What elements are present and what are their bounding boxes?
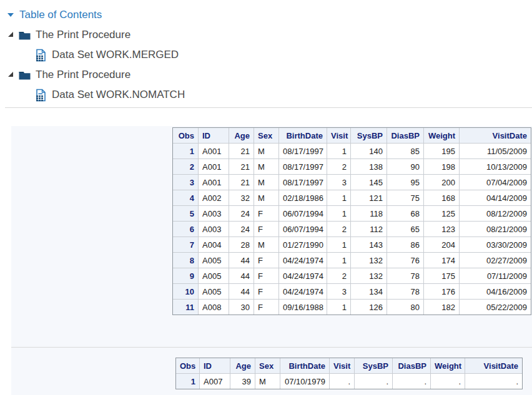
- obs-cell: 11: [173, 300, 199, 315]
- data-cell: 145: [351, 175, 387, 190]
- data-cell: 182: [424, 300, 460, 315]
- obs-cell: 8: [173, 253, 199, 268]
- data-cell: 1: [327, 206, 351, 222]
- column-header-obs: Obs: [173, 128, 199, 144]
- data-cell: 06/07/1994: [279, 206, 327, 222]
- data-cell: A005: [199, 253, 229, 268]
- merged-table-body: 1A00121M08/17/199711408519511/05/20092A0…: [173, 144, 531, 315]
- data-cell: 2: [327, 268, 351, 284]
- data-cell: 21: [229, 159, 254, 175]
- data-cell: 3: [327, 284, 351, 300]
- data-cell: 126: [351, 300, 387, 315]
- toc-item-print-procedure-2[interactable]: The Print Procedure: [8, 68, 185, 82]
- expanded-toggle-icon[interactable]: [8, 72, 13, 77]
- data-cell: 44: [229, 284, 254, 300]
- obs-cell: 1: [176, 374, 200, 389]
- data-cell: 04/24/1974: [279, 284, 327, 300]
- toc-root[interactable]: Table of Contents: [6, 8, 185, 22]
- column-header-birthdate: BirthDate: [280, 358, 330, 374]
- toc-divider: [5, 107, 532, 108]
- collapse-toggle-icon[interactable]: [7, 13, 14, 17]
- data-cell: 03/30/2009: [460, 237, 531, 253]
- toc-item-label[interactable]: The Print Procedure: [36, 69, 131, 81]
- data-cell: A005: [199, 284, 229, 300]
- data-cell: 68: [387, 206, 424, 222]
- data-cell: 05/22/2009: [460, 300, 531, 315]
- data-cell: 04/14/2009: [460, 190, 531, 206]
- data-cell: 44: [229, 253, 254, 268]
- column-header-id: ID: [199, 128, 229, 144]
- toc-item-label[interactable]: Data Set WORK.NOMATCH: [52, 89, 185, 101]
- toc-item-dataset-merged[interactable]: Data Set WORK.MERGED: [36, 48, 185, 62]
- data-cell: .: [431, 374, 465, 389]
- data-cell: 140: [351, 144, 387, 159]
- dataset-icon: [36, 49, 46, 62]
- data-cell: M: [254, 144, 279, 159]
- toc-item-label[interactable]: Data Set WORK.MERGED: [52, 49, 179, 61]
- table-row: 5A00324F06/07/199411186812508/12/2009: [173, 206, 531, 222]
- table-row: 2A00121M08/17/199721389019810/13/2009: [173, 159, 531, 175]
- data-cell: A001: [199, 159, 229, 175]
- obs-cell: 7: [173, 237, 199, 253]
- data-cell: 76: [387, 253, 424, 268]
- table-row: 1A00121M08/17/199711408519511/05/2009: [173, 144, 531, 159]
- obs-cell: 9: [173, 268, 199, 284]
- data-cell: 78: [387, 284, 424, 300]
- data-cell: 65: [387, 222, 424, 237]
- data-cell: A003: [199, 206, 229, 222]
- data-cell: M: [255, 374, 280, 389]
- toc-item-label[interactable]: The Print Procedure: [36, 29, 131, 41]
- data-cell: 198: [424, 159, 460, 175]
- data-cell: 121: [351, 190, 387, 206]
- data-cell: .: [355, 374, 393, 389]
- data-cell: .: [465, 374, 522, 389]
- toc-item-print-procedure-1[interactable]: The Print Procedure: [8, 28, 185, 42]
- column-header-sysbp: SysBP: [351, 128, 387, 144]
- data-cell: 30: [229, 300, 254, 315]
- toc-root-label[interactable]: Table of Contents: [19, 9, 102, 21]
- table-row: 7A00428M01/27/199011438620403/30/2009: [173, 237, 531, 253]
- data-cell: 44: [229, 268, 254, 284]
- data-cell: 08/12/2009: [460, 206, 531, 222]
- data-cell: 21: [229, 175, 254, 190]
- data-cell: 80: [387, 300, 424, 315]
- data-cell: A008: [199, 300, 229, 315]
- data-cell: 75: [387, 190, 424, 206]
- table-row: 11A00830F09/16/198811268018205/22/2009: [173, 300, 531, 315]
- column-header-sysbp: SysBP: [355, 358, 393, 374]
- data-cell: 132: [351, 268, 387, 284]
- results-panel: ObsIDAgeSexBirthDateVisitSysBPDiasBPWeig…: [11, 126, 532, 395]
- data-cell: 01/27/1990: [279, 237, 327, 253]
- data-cell: 07/10/1979: [280, 374, 330, 389]
- data-cell: 95: [387, 175, 424, 190]
- data-cell: F: [254, 253, 279, 268]
- data-cell: 168: [424, 190, 460, 206]
- data-cell: 2: [327, 222, 351, 237]
- data-cell: M: [254, 159, 279, 175]
- data-cell: M: [254, 190, 279, 206]
- data-cell: 2: [327, 159, 351, 175]
- data-cell: .: [393, 374, 431, 389]
- nomatch-table-header: ObsIDAgeSexBirthDateVisitSysBPDiasBPWeig…: [176, 358, 522, 374]
- obs-cell: 2: [173, 159, 199, 175]
- expanded-toggle-icon[interactable]: [8, 32, 13, 37]
- toc-item-dataset-nomatch[interactable]: Data Set WORK.NOMATCH: [36, 88, 185, 102]
- table-row: 3A00121M08/17/199731459520007/04/2009: [173, 175, 531, 190]
- data-cell: 02/18/1986: [279, 190, 327, 206]
- table-row: 1A00739M07/10/1979.....: [176, 374, 522, 389]
- data-cell: M: [254, 175, 279, 190]
- data-cell: 08/17/1997: [279, 144, 327, 159]
- data-cell: F: [254, 300, 279, 315]
- data-cell: 06/07/1994: [279, 222, 327, 237]
- data-cell: 112: [351, 222, 387, 237]
- table-row: 4A00232M02/18/198611217516804/14/2009: [173, 190, 531, 206]
- obs-cell: 5: [173, 206, 199, 222]
- data-cell: 04/24/1974: [279, 268, 327, 284]
- obs-cell: 3: [173, 175, 199, 190]
- data-cell: 39: [230, 374, 255, 389]
- merged-table-header: ObsIDAgeSexBirthDateVisitSysBPDiasBPWeig…: [173, 128, 531, 144]
- column-header-sex: Sex: [255, 358, 280, 374]
- table-row: 9A00544F04/24/197421327817507/11/2009: [173, 268, 531, 284]
- obs-cell: 4: [173, 190, 199, 206]
- data-cell: 04/16/2009: [460, 284, 531, 300]
